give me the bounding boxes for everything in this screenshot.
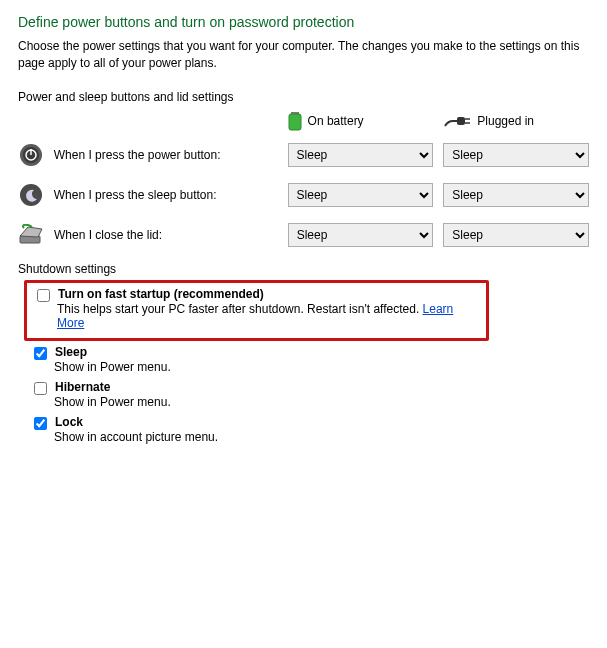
power-button-icon: [18, 142, 44, 168]
section-power-buttons-heading: Power and sleep buttons and lid settings: [18, 90, 589, 104]
col-header-plugged-label: Plugged in: [477, 114, 534, 128]
lock-opt-label: Lock: [55, 415, 83, 429]
col-header-battery: On battery: [288, 110, 434, 132]
sleep-opt-label: Sleep: [55, 345, 87, 359]
battery-icon: [288, 110, 302, 132]
hibernate-checkbox[interactable]: [34, 382, 47, 395]
hibernate-opt-label: Hibernate: [55, 380, 110, 394]
sleep-plugged-select[interactable]: Sleep: [443, 183, 589, 207]
power-plugged-select[interactable]: Sleep: [443, 143, 589, 167]
laptop-lid-icon: [18, 222, 44, 248]
sleep-opt-sub: Show in Power menu.: [54, 360, 589, 374]
svg-rect-2: [457, 117, 465, 125]
page-description: Choose the power settings that you want …: [18, 38, 589, 72]
col-header-plugged: Plugged in: [443, 113, 589, 129]
sleep-button-icon: [18, 182, 44, 208]
sleep-checkbox[interactable]: [34, 347, 47, 360]
row-sleep-button: When I press the sleep button: Sleep Sle…: [18, 182, 589, 208]
fast-startup-label: Turn on fast startup (recommended): [58, 287, 264, 301]
col-header-battery-label: On battery: [308, 114, 364, 128]
column-headers: On battery Plugged in: [18, 110, 589, 132]
plug-icon: [443, 113, 471, 129]
sleep-battery-select[interactable]: Sleep: [288, 183, 434, 207]
row-power-button: When I press the power button: Sleep Sle…: [18, 142, 589, 168]
power-battery-select[interactable]: Sleep: [288, 143, 434, 167]
lock-opt-sub: Show in account picture menu.: [54, 430, 589, 444]
row-power-label: When I press the power button:: [54, 148, 288, 162]
svg-rect-1: [289, 114, 301, 130]
hibernate-opt-sub: Show in Power menu.: [54, 395, 589, 409]
page-title: Define power buttons and turn on passwor…: [18, 14, 589, 30]
lid-battery-select[interactable]: Sleep: [288, 223, 434, 247]
lid-plugged-select[interactable]: Sleep: [443, 223, 589, 247]
fast-startup-highlight: Turn on fast startup (recommended) This …: [24, 280, 489, 341]
row-sleep-label: When I press the sleep button:: [54, 188, 288, 202]
fast-startup-sub: This helps start your PC faster after sh…: [57, 302, 482, 330]
fast-startup-checkbox[interactable]: [37, 289, 50, 302]
row-close-lid: When I close the lid: Sleep Sleep: [18, 222, 589, 248]
section-shutdown-heading: Shutdown settings: [18, 262, 589, 276]
lock-checkbox[interactable]: [34, 417, 47, 430]
row-lid-label: When I close the lid:: [54, 228, 288, 242]
fast-startup-sub-text: This helps start your PC faster after sh…: [57, 302, 419, 316]
